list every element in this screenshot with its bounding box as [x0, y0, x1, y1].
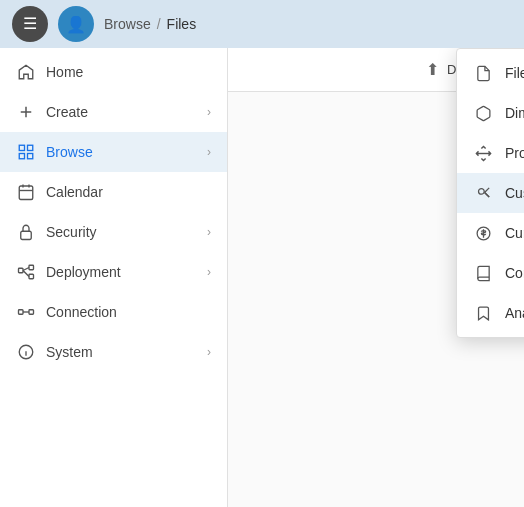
sidebar-item-system[interactable]: System ›	[0, 332, 227, 372]
dropdown-item-dimensions[interactable]: Dimensions	[457, 93, 524, 133]
dropdown-item-processes[interactable]: Processes ›	[457, 133, 524, 173]
sidebar-item-create[interactable]: Create ›	[0, 92, 227, 132]
sidebar-item-browse[interactable]: Browse ›	[0, 132, 227, 172]
header: ☰ 👤 Browse / Files	[0, 0, 524, 48]
info-icon	[16, 342, 36, 362]
sidebar-item-calendar[interactable]: Calendar	[0, 172, 227, 212]
dropdown-item-content-network[interactable]: Content Network	[457, 253, 524, 293]
book-icon	[473, 263, 493, 283]
chevron-right-system-icon: ›	[207, 345, 211, 359]
main-layout: Home Create › Browse ›	[0, 48, 524, 507]
sidebar-label-connection: Connection	[46, 304, 211, 320]
content-area: ⬆ Description Files	[228, 48, 524, 507]
svg-rect-16	[19, 310, 24, 315]
avatar[interactable]: 👤	[58, 6, 94, 42]
dropdown-label-custom-widgets: Custom Widgets	[505, 185, 524, 201]
file-icon	[473, 63, 493, 83]
svg-rect-17	[29, 310, 34, 315]
dropdown-label-content-network: Content Network	[505, 265, 524, 281]
dropdown-item-files[interactable]: Files	[457, 53, 524, 93]
dropdown-label-processes: Processes	[505, 145, 524, 161]
sidebar-label-system: System	[46, 344, 197, 360]
processes-icon	[473, 143, 493, 163]
dropdown-item-analytic-bookmarks[interactable]: Analytic Application Bookmarks	[457, 293, 524, 333]
dropdown-label-files: Files	[505, 65, 524, 81]
breadcrumb-parent[interactable]: Browse	[104, 16, 151, 32]
sidebar-label-calendar: Calendar	[46, 184, 211, 200]
dropdown-item-custom-widgets[interactable]: Custom Widgets	[457, 173, 524, 213]
svg-rect-11	[19, 268, 24, 273]
svg-rect-13	[29, 274, 34, 279]
dropdown-label-dimensions: Dimensions	[505, 105, 524, 121]
breadcrumb: Browse / Files	[104, 16, 196, 32]
home-icon	[16, 62, 36, 82]
svg-rect-2	[19, 145, 24, 150]
menu-button[interactable]: ☰	[12, 6, 48, 42]
svg-rect-12	[29, 265, 34, 270]
cube-icon	[473, 103, 493, 123]
svg-line-14	[23, 268, 29, 271]
svg-rect-4	[19, 154, 24, 159]
dropdown-label-currencies: Currencies	[505, 225, 524, 241]
sidebar-label-deployment: Deployment	[46, 264, 197, 280]
svg-rect-5	[28, 154, 33, 159]
dropdown-label-analytic-bookmarks: Analytic Application Bookmarks	[505, 305, 524, 321]
chevron-right-security-icon: ›	[207, 225, 211, 239]
breadcrumb-separator: /	[157, 16, 161, 32]
calendar-icon	[16, 182, 36, 202]
chevron-right-deployment-icon: ›	[207, 265, 211, 279]
sidebar-label-browse: Browse	[46, 144, 197, 160]
connection-icon	[16, 302, 36, 322]
breadcrumb-current: Files	[167, 16, 197, 32]
lock-icon	[16, 222, 36, 242]
plus-icon	[16, 102, 36, 122]
sidebar-label-home: Home	[46, 64, 211, 80]
svg-point-23	[478, 188, 484, 194]
widgets-icon	[473, 183, 493, 203]
sidebar-label-security: Security	[46, 224, 197, 240]
svg-rect-6	[19, 186, 33, 200]
sidebar-item-deployment[interactable]: Deployment ›	[0, 252, 227, 292]
dollar-icon	[473, 223, 493, 243]
deployment-icon	[16, 262, 36, 282]
svg-rect-10	[21, 231, 32, 239]
avatar-icon: 👤	[66, 15, 86, 34]
sidebar-item-security[interactable]: Security ›	[0, 212, 227, 252]
sidebar-item-connection[interactable]: Connection	[0, 292, 227, 332]
sidebar: Home Create › Browse ›	[0, 48, 228, 507]
chevron-right-icon: ›	[207, 105, 211, 119]
bookmark-icon	[473, 303, 493, 323]
browse-dropdown: Files Dimensions	[456, 48, 524, 338]
sidebar-label-create: Create	[46, 104, 197, 120]
chevron-right-browse-icon: ›	[207, 145, 211, 159]
sort-icon[interactable]: ⬆	[426, 60, 439, 79]
svg-rect-3	[28, 145, 33, 150]
sidebar-item-home[interactable]: Home	[0, 52, 227, 92]
svg-line-15	[23, 271, 29, 277]
hamburger-icon: ☰	[23, 16, 37, 32]
dropdown-item-currencies[interactable]: Currencies	[457, 213, 524, 253]
grid-icon	[16, 142, 36, 162]
